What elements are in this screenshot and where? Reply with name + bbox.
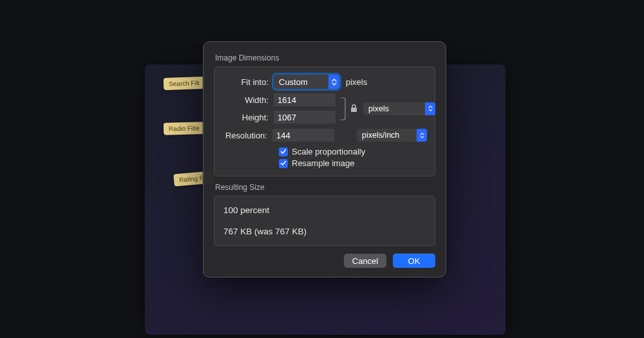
link-bracket-icon xyxy=(339,94,347,124)
resulting-size-section-title: Resulting Size xyxy=(215,183,435,192)
ok-button[interactable]: OK xyxy=(393,254,435,268)
fit-into-label: Fit into: xyxy=(222,77,274,87)
scale-proportionally-checkbox[interactable] xyxy=(279,147,288,156)
fit-into-select[interactable]: Custom xyxy=(274,75,339,89)
svg-rect-0 xyxy=(351,108,357,112)
scale-proportionally-label: Scale proportionally xyxy=(292,147,365,156)
width-label: Width: xyxy=(222,95,274,105)
fit-into-value: Custom xyxy=(279,77,308,87)
resulting-size-panel: 100 percent 767 KB (was 767 KB) xyxy=(214,196,435,246)
resize-image-dialog: Image Dimensions Fit into: Custom pixels… xyxy=(203,41,446,277)
select-arrows-icon xyxy=(417,129,427,142)
image-dimensions-panel: Fit into: Custom pixels Width: Height: xyxy=(214,66,435,176)
image-dimensions-section-title: Image Dimensions xyxy=(215,53,435,62)
resolution-label: Resolution: xyxy=(222,131,272,140)
resample-image-checkbox[interactable] xyxy=(279,159,288,168)
lock-aspect-ratio-button[interactable] xyxy=(350,104,358,113)
resample-image-label: Resample image xyxy=(292,158,355,168)
resolution-units-value: pixels/inch xyxy=(362,131,399,140)
select-arrows-icon xyxy=(425,102,435,115)
width-height-units-value: pixels xyxy=(368,104,389,113)
result-size: 767 KB (was 767 KB) xyxy=(223,227,426,236)
checkmark-icon xyxy=(280,160,287,166)
resolution-units-select[interactable]: pixels/inch xyxy=(357,129,427,142)
background-tag: Radio Filte xyxy=(164,122,205,135)
lock-icon xyxy=(350,104,358,113)
select-arrows-icon xyxy=(328,75,339,89)
background-tag: Search Filt xyxy=(164,77,205,90)
height-label: Height: xyxy=(222,113,274,122)
width-height-units-select[interactable]: pixels xyxy=(363,102,435,115)
width-input[interactable] xyxy=(274,93,336,106)
fit-into-suffix: pixels xyxy=(346,77,367,87)
resolution-input[interactable] xyxy=(272,129,334,142)
height-input[interactable] xyxy=(274,111,336,124)
checkmark-icon xyxy=(280,149,287,155)
cancel-button[interactable]: Cancel xyxy=(344,254,386,268)
result-percent: 100 percent xyxy=(223,205,426,215)
dialog-footer: Cancel OK xyxy=(214,254,435,268)
